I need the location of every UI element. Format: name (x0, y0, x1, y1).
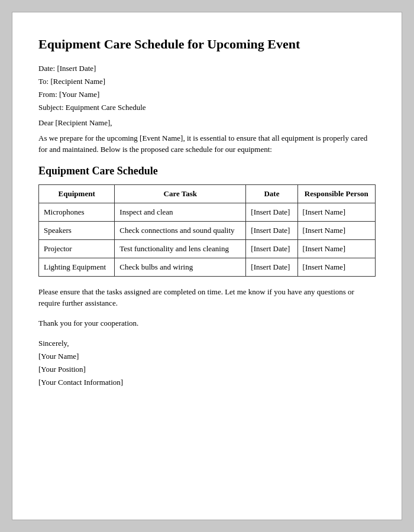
cell-care_task-2: Test functionality and lens cleaning (115, 239, 246, 258)
equipment-table: Equipment Care Task Date Responsible Per… (38, 184, 376, 277)
cell-date-2: [Insert Date] (246, 239, 297, 258)
signoff-closing: Sincerely, (38, 337, 376, 350)
cell-equipment-1: Speakers (39, 221, 115, 239)
table-row: Lighting EquipmentCheck bulbs and wiring… (39, 258, 376, 276)
signoff: Sincerely, [Your Name] [Your Position] [… (38, 337, 376, 389)
thank-you: Thank you for your cooperation. (38, 317, 376, 329)
cell-equipment-2: Projector (39, 239, 115, 258)
meta-from: From: [Your Name] (38, 90, 376, 99)
table-row: MicrophonesInspect and clean[Insert Date… (39, 203, 376, 221)
cell-care_task-1: Check connections and sound quality (115, 221, 246, 239)
body-paragraph: As we prepare for the upcoming [Event Na… (38, 132, 376, 155)
meta-date: Date: [Insert Date] (38, 64, 376, 73)
signoff-contact: [Your Contact Information] (38, 376, 376, 389)
schedule-heading: Equipment Care Schedule (38, 165, 376, 177)
cell-date-0: [Insert Date] (246, 203, 297, 221)
greeting: Dear [Recipient Name], (38, 118, 376, 128)
cell-care_task-0: Inspect and clean (115, 203, 246, 221)
cell-equipment-0: Microphones (39, 203, 115, 221)
closing-paragraph: Please ensure that the tasks assigned ar… (38, 286, 376, 309)
meta-subject: Subject: Equipment Care Schedule (38, 103, 376, 112)
table-row: SpeakersCheck connections and sound qual… (39, 221, 376, 239)
document-container: Equipment Care Schedule for Upcoming Eve… (12, 12, 402, 520)
cell-person-0: [Insert Name] (297, 203, 375, 221)
meta-to: To: [Recipient Name] (38, 77, 376, 86)
cell-person-2: [Insert Name] (297, 239, 375, 258)
signoff-name: [Your Name] (38, 350, 376, 363)
col-header-equipment: Equipment (39, 184, 115, 203)
cell-care_task-3: Check bulbs and wiring (115, 258, 246, 276)
cell-equipment-3: Lighting Equipment (39, 258, 115, 276)
cell-person-3: [Insert Name] (297, 258, 375, 276)
col-header-date: Date (246, 184, 297, 203)
document-title: Equipment Care Schedule for Upcoming Eve… (38, 36, 376, 53)
cell-person-1: [Insert Name] (297, 221, 375, 239)
col-header-care-task: Care Task (115, 184, 246, 203)
table-header-row: Equipment Care Task Date Responsible Per… (39, 184, 376, 203)
table-row: ProjectorTest functionality and lens cle… (39, 239, 376, 258)
signoff-position: [Your Position] (38, 363, 376, 376)
cell-date-3: [Insert Date] (246, 258, 297, 276)
cell-date-1: [Insert Date] (246, 221, 297, 239)
col-header-person: Responsible Person (297, 184, 375, 203)
